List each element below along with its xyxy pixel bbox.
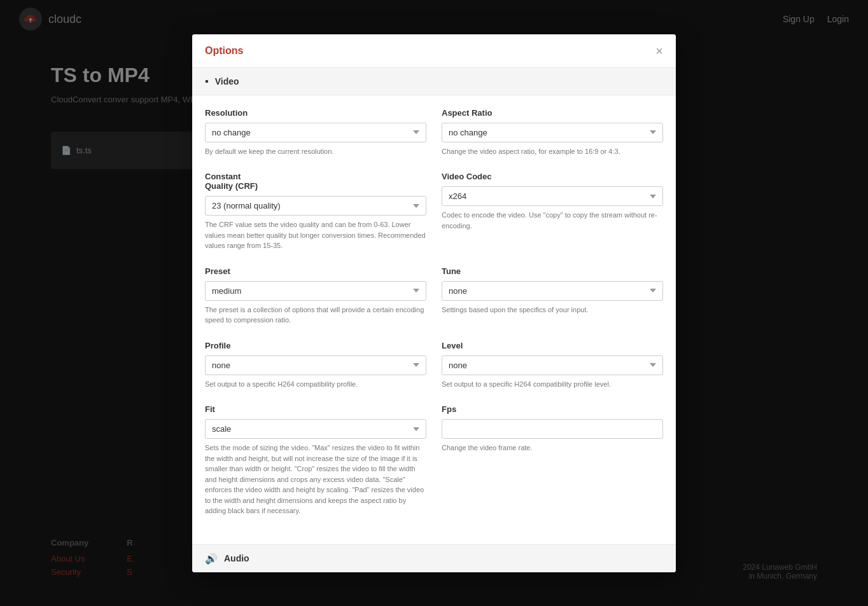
preset-select[interactable]: ultrafast superfast veryfast faster fast…: [205, 281, 426, 301]
modal-body: ▪ Video Resolution no change 320x240 640…: [192, 68, 676, 572]
fps-help: Change the video frame rate.: [442, 443, 663, 453]
profile-option: Profile none baseline main high Set outp…: [205, 341, 426, 390]
tune-help: Settings based upon the specifics of you…: [442, 305, 663, 315]
video-codec-group: Video Codec x264 x265 vp9 copy Codec to …: [442, 172, 663, 231]
level-help: Set output to a specific H264 compatibil…: [442, 379, 663, 390]
fit-group: Fit max crop scale pad Sets the mode of …: [205, 404, 426, 516]
option-row-5: Fit max crop scale pad Sets the mode of …: [205, 404, 663, 516]
aspect-ratio-label: Aspect Ratio: [442, 108, 663, 118]
aspect-ratio-option: Aspect Ratio no change 4:3 16:9 21:9 Cha…: [442, 108, 663, 157]
video-codec-option: Video Codec x264 x265 vp9 copy Codec to …: [442, 172, 663, 251]
level-select[interactable]: none 3.0 3.1 4.0 4.1 4.2 5.0: [442, 355, 663, 375]
tune-group: Tune none film animation grain stillimag…: [442, 266, 663, 315]
preset-help: The preset is a collection of options th…: [205, 305, 426, 326]
fit-help: Sets the mode of sizing the video. "Max"…: [205, 443, 426, 516]
crf-help: The CRF value sets the video quality and…: [205, 219, 426, 251]
tune-option: Tune none film animation grain stillimag…: [442, 266, 663, 326]
aspect-ratio-select[interactable]: no change 4:3 16:9 21:9: [442, 123, 663, 142]
video-section-title: Video: [215, 76, 239, 86]
fps-label: Fps: [442, 404, 663, 414]
crf-label: ConstantQuality (CRF): [205, 172, 426, 191]
modal-close-button[interactable]: ×: [655, 45, 663, 57]
options-modal: Options × ▪ Video Resolution no change 3…: [192, 34, 676, 572]
resolution-option: Resolution no change 320x240 640x480 128…: [205, 108, 426, 157]
level-label: Level: [442, 341, 663, 350]
profile-help: Set output to a specific H264 compatibil…: [205, 379, 426, 390]
fps-group: Fps Change the video frame rate.: [442, 404, 663, 453]
modal-header: Options ×: [192, 34, 676, 68]
preset-group: Preset ultrafast superfast veryfast fast…: [205, 266, 426, 326]
preset-label: Preset: [205, 266, 426, 276]
profile-select[interactable]: none baseline main high: [205, 355, 426, 375]
profile-label: Profile: [205, 341, 426, 350]
modal-title: Options: [205, 45, 243, 57]
preset-option: Preset ultrafast superfast veryfast fast…: [205, 266, 426, 326]
resolution-select[interactable]: no change 320x240 640x480 1280x720 1920x…: [205, 123, 426, 142]
fit-option: Fit max crop scale pad Sets the mode of …: [205, 404, 426, 516]
video-options-grid: Resolution no change 320x240 640x480 128…: [192, 95, 676, 544]
profile-group: Profile none baseline main high Set outp…: [205, 341, 426, 390]
option-row-1: Resolution no change 320x240 640x480 128…: [205, 108, 663, 157]
option-row-3: Preset ultrafast superfast veryfast fast…: [205, 266, 663, 326]
fps-option: Fps Change the video frame rate.: [442, 404, 663, 516]
tune-select[interactable]: none film animation grain stillimage fas…: [442, 281, 663, 301]
option-row-4: Profile none baseline main high Set outp…: [205, 341, 663, 390]
crf-select[interactable]: 0 (best quality) 10 17 23 (normal qualit…: [205, 196, 426, 216]
audio-icon: 🔊: [205, 553, 218, 565]
fps-input[interactable]: [442, 419, 663, 439]
audio-section-header: 🔊 Audio: [192, 544, 676, 572]
option-row-2: ConstantQuality (CRF) 0 (best quality) 1…: [205, 172, 663, 251]
crf-group: ConstantQuality (CRF) 0 (best quality) 1…: [205, 172, 426, 251]
audio-section-title: Audio: [224, 553, 249, 563]
video-codec-help: Codec to encode the video. Use "copy" to…: [442, 210, 663, 231]
aspect-ratio-help: Change the video aspect ratio, for examp…: [442, 146, 663, 157]
video-codec-select[interactable]: x264 x265 vp9 copy: [442, 186, 663, 206]
level-group: Level none 3.0 3.1 4.0 4.1 4.2 5.0 Set o…: [442, 341, 663, 390]
resolution-help: By default we keep the current resolutio…: [205, 146, 426, 157]
fit-select[interactable]: max crop scale pad: [205, 419, 426, 439]
video-icon: ▪: [205, 76, 209, 87]
aspect-ratio-group: Aspect Ratio no change 4:3 16:9 21:9 Cha…: [442, 108, 663, 157]
video-codec-label: Video Codec: [442, 172, 663, 181]
level-option: Level none 3.0 3.1 4.0 4.1 4.2 5.0 Set o…: [442, 341, 663, 390]
crf-option: ConstantQuality (CRF) 0 (best quality) 1…: [205, 172, 426, 251]
video-section-header: ▪ Video: [192, 68, 676, 95]
resolution-group: Resolution no change 320x240 640x480 128…: [205, 108, 426, 157]
fit-label: Fit: [205, 404, 426, 414]
resolution-label: Resolution: [205, 108, 426, 118]
tune-label: Tune: [442, 266, 663, 276]
